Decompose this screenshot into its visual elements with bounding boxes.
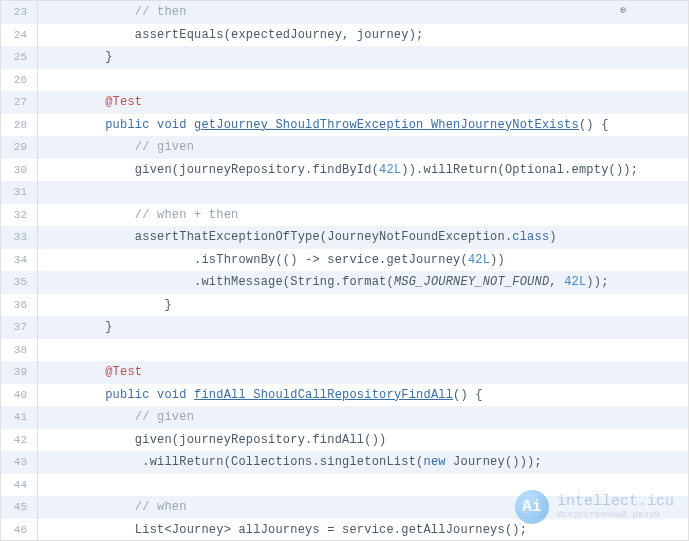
indent: [46, 500, 135, 514]
token: given(journeyRepository.findById(: [135, 163, 379, 177]
code-line[interactable]: 38: [1, 339, 688, 362]
token: @Test: [105, 365, 142, 379]
token: () {: [453, 388, 483, 402]
code-content[interactable]: assertThatExceptionOfType(JourneyNotFoun…: [38, 230, 557, 244]
indent: [46, 320, 105, 334]
token: void: [157, 388, 194, 402]
code-content[interactable]: // when: [38, 500, 187, 514]
gutter-border: [37, 339, 38, 362]
token: given(journeyRepository.findAll()): [135, 433, 387, 447]
code-editor[interactable]: 23 // then⊕24 assertEquals(expectedJourn…: [1, 1, 688, 541]
token: 42L: [379, 163, 401, 177]
code-content[interactable]: public void getJourney_ShouldThrowExcept…: [38, 118, 609, 132]
code-line[interactable]: 30 given(journeyRepository.findById(42L)…: [1, 159, 688, 182]
token: List<Journey> allJourneys = service.getA…: [135, 523, 527, 537]
code-line[interactable]: 34 .isThrownBy(() -> service.getJourney(…: [1, 249, 688, 272]
indent: [46, 410, 135, 424]
code-line[interactable]: 35 .withMessage(String.format(MSG_JOURNE…: [1, 271, 688, 294]
line-number: 35: [1, 276, 37, 288]
indent: [46, 455, 135, 469]
gutter-border: [37, 69, 38, 92]
code-content[interactable]: @Test: [38, 95, 142, 109]
code-content[interactable]: public void findAll_ShouldCallRepository…: [38, 388, 483, 402]
code-line[interactable]: 42 given(journeyRepository.findAll()): [1, 429, 688, 452]
code-content[interactable]: @Test: [38, 365, 142, 379]
indent: [46, 388, 105, 402]
indent: [46, 365, 105, 379]
code-line[interactable]: 36 }: [1, 294, 688, 317]
line-number: 38: [1, 344, 37, 356]
indent: [46, 163, 135, 177]
code-line[interactable]: 27 @Test: [1, 91, 688, 114]
line-number: 24: [1, 29, 37, 41]
token: ): [549, 230, 556, 244]
code-content[interactable]: }: [38, 50, 113, 64]
gutter-border: [37, 474, 38, 497]
token: public: [105, 388, 157, 402]
token: }: [105, 320, 112, 334]
token: 42L: [564, 275, 586, 289]
code-line[interactable]: 25 }: [1, 46, 688, 69]
code-content[interactable]: List<Journey> allJourneys = service.getA…: [38, 523, 527, 537]
code-line[interactable]: 40 public void findAll_ShouldCallReposit…: [1, 384, 688, 407]
indent: [46, 118, 105, 132]
token: ));: [586, 275, 608, 289]
code-line[interactable]: 41 // given: [1, 406, 688, 429]
code-line[interactable]: 28 public void getJourney_ShouldThrowExc…: [1, 114, 688, 137]
code-line[interactable]: 29 // given: [1, 136, 688, 159]
token: assertThatExceptionOfType: [135, 230, 320, 244]
code-line[interactable]: 33 assertThatExceptionOfType(JourneyNotF…: [1, 226, 688, 249]
code-line[interactable]: 44: [1, 474, 688, 497]
indent: [46, 5, 135, 19]
indent: [46, 50, 105, 64]
code-content[interactable]: .isThrownBy(() -> service.getJourney(42L…: [38, 253, 505, 267]
indent: [46, 275, 194, 289]
line-number: 42: [1, 434, 37, 446]
code-content[interactable]: }: [38, 298, 172, 312]
code-content[interactable]: // given: [38, 410, 194, 424]
code-content[interactable]: // then: [38, 5, 187, 19]
token: void: [157, 118, 194, 132]
code-content[interactable]: given(journeyRepository.findAll()): [38, 433, 386, 447]
code-line[interactable]: 23 // then⊕: [1, 1, 688, 24]
code-line[interactable]: 39 @Test: [1, 361, 688, 384]
code-line[interactable]: 32 // when + then: [1, 204, 688, 227]
token: }: [105, 50, 112, 64]
indent: [46, 95, 105, 109]
indent: [46, 140, 135, 154]
code-content[interactable]: .withMessage(String.format(MSG_JOURNEY_N…: [38, 275, 609, 289]
line-number: 30: [1, 164, 37, 176]
token: class: [512, 230, 549, 244]
line-number: 34: [1, 254, 37, 266]
code-line[interactable]: 45 // when: [1, 496, 688, 519]
token: getJourney_ShouldThrowException_WhenJour…: [194, 118, 579, 132]
token: ());: [609, 163, 639, 177]
code-content[interactable]: }: [38, 320, 113, 334]
line-number: 26: [1, 74, 37, 86]
code-line[interactable]: 43 .willReturn(Collections.singletonList…: [1, 451, 688, 474]
token: @Test: [105, 95, 142, 109]
token: empty: [572, 163, 609, 177]
code-content[interactable]: // when + then: [38, 208, 238, 222]
code-content[interactable]: .willReturn(Collections.singletonList(ne…: [38, 455, 542, 469]
code-line[interactable]: 37 }: [1, 316, 688, 339]
code-content[interactable]: // given: [38, 140, 194, 154]
code-line[interactable]: 46 List<Journey> allJourneys = service.g…: [1, 519, 688, 542]
code-content[interactable]: given(journeyRepository.findById(42L)).w…: [38, 163, 638, 177]
gutter-border: [37, 181, 38, 204]
code-line[interactable]: 26: [1, 69, 688, 92]
line-number: 27: [1, 96, 37, 108]
line-number: 29: [1, 141, 37, 153]
indent: [46, 253, 194, 267]
token: assertEquals(expectedJourney, journey);: [135, 28, 424, 42]
indent: [46, 230, 135, 244]
code-line[interactable]: 31: [1, 181, 688, 204]
code-line[interactable]: 24 assertEquals(expectedJourney, journey…: [1, 24, 688, 47]
token: // when + then: [135, 208, 239, 222]
token: public: [105, 118, 157, 132]
code-content[interactable]: assertEquals(expectedJourney, journey);: [38, 28, 423, 42]
token: // given: [135, 410, 194, 424]
token: format: [342, 275, 386, 289]
token: singletonList: [320, 455, 416, 469]
token: 42L: [468, 253, 490, 267]
